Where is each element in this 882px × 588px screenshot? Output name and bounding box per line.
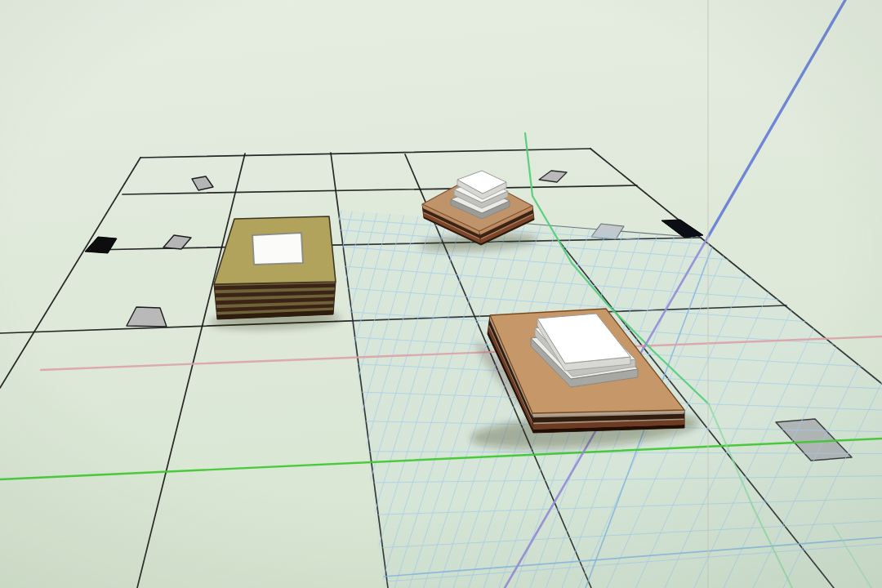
gray-tile-a[interactable] — [192, 176, 213, 190]
gray-tile-c[interactable] — [127, 307, 167, 327]
3d-viewport[interactable] — [0, 0, 882, 588]
stacked-box-left[interactable] — [214, 216, 336, 319]
z-axis-blue-upper — [708, 0, 845, 237]
stacked-box-left-face — [252, 233, 303, 265]
gray-tile-b[interactable] — [163, 235, 191, 249]
grid-line-row-far — [140, 149, 590, 158]
scene-canvas[interactable] — [0, 0, 882, 588]
gray-tile-e[interactable] — [539, 171, 567, 182]
black-tile-1[interactable] — [85, 237, 117, 253]
grid-line-col-1 — [137, 154, 245, 588]
grid-line-col-left — [0, 158, 140, 388]
scene-root — [0, 0, 882, 588]
